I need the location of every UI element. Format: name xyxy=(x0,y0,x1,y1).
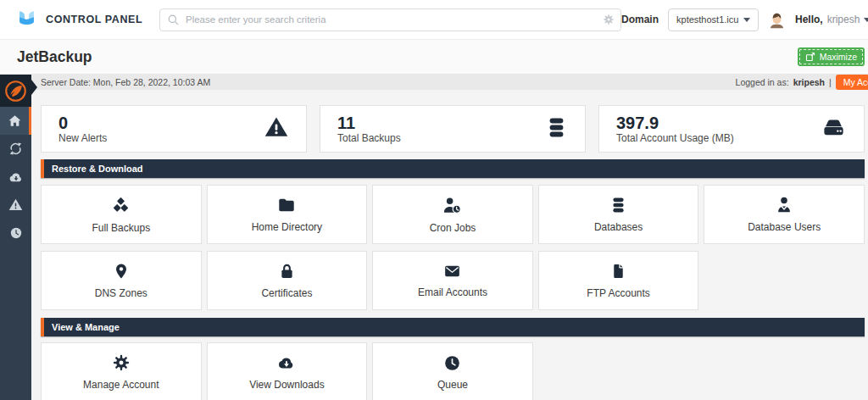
sidebar-item-alerts[interactable] xyxy=(0,191,31,219)
tile-label: Email Accounts xyxy=(418,286,487,298)
topbar: CONTROL PANEL Domain kptesthost1.icu xyxy=(0,0,868,40)
stat-label: Total Account Usage (MB) xyxy=(616,132,734,144)
tile-label: Full Backups xyxy=(92,222,150,234)
search-input[interactable] xyxy=(159,8,621,31)
maximize-button[interactable]: Maximize xyxy=(798,47,865,66)
search-icon xyxy=(167,14,180,30)
avatar[interactable] xyxy=(768,11,786,29)
tile-label: Databases xyxy=(594,221,643,233)
tile-email-accounts[interactable]: Email Accounts xyxy=(372,251,533,310)
brand-title: CONTROL PANEL xyxy=(46,14,142,25)
tile-database-users[interactable]: Database Users xyxy=(704,185,865,244)
tile-databases[interactable]: Databases xyxy=(538,185,699,244)
sidebar-item-sync[interactable] xyxy=(0,135,31,163)
separator: | xyxy=(829,77,832,87)
cubes-icon xyxy=(111,196,131,215)
my-account-button[interactable]: My Account xyxy=(836,75,868,90)
home-icon xyxy=(8,114,22,128)
chevron-down-icon xyxy=(743,18,750,22)
stats-row: 0 New Alerts 11 Total Backups xyxy=(41,105,865,153)
maximize-label: Maximize xyxy=(820,52,857,62)
sidebar xyxy=(0,75,31,400)
tile-cron-jobs[interactable]: Cron Jobs xyxy=(372,185,533,244)
stat-card-total-backups: 11 Total Backups xyxy=(320,105,586,153)
restore-download-grid: Full Backups Home Directory xyxy=(41,185,865,310)
stat-value: 11 xyxy=(337,114,401,132)
greeting-username: kripesh xyxy=(827,14,860,25)
search-settings-gear-icon[interactable] xyxy=(603,14,615,29)
gear-icon xyxy=(112,353,131,372)
section-title: View & Manage xyxy=(52,322,120,332)
search-bar xyxy=(159,8,621,31)
hdd-icon xyxy=(821,115,847,143)
stat-value: 0 xyxy=(58,114,107,132)
tile-full-backups[interactable]: Full Backups xyxy=(41,185,202,244)
tile-label: Certificates xyxy=(261,287,312,299)
control-panel-logo-icon xyxy=(15,8,38,31)
expand-icon xyxy=(805,52,815,62)
tile-label: DNS Zones xyxy=(95,287,147,299)
tile-certificates[interactable]: Certificates xyxy=(207,251,368,310)
tile-view-downloads[interactable]: View Downloads xyxy=(207,342,368,400)
tile-label: Cron Jobs xyxy=(430,222,476,234)
warning-triangle-icon xyxy=(264,114,289,143)
greeting-hello: Hello, xyxy=(795,14,823,25)
tile-label: Database Users xyxy=(748,221,821,233)
user-menu[interactable]: Hello, kripesh xyxy=(795,14,868,25)
sidebar-item-home[interactable] xyxy=(0,107,31,135)
logged-in-prefix: Logged in as: xyxy=(736,77,789,87)
view-manage-grid: Manage Account View Downloads xyxy=(41,342,865,400)
database-icon xyxy=(545,115,568,143)
file-icon xyxy=(610,262,626,281)
tile-label: Home Directory xyxy=(252,221,322,233)
logged-in-user: kripesh xyxy=(793,77,825,87)
tile-queue[interactable]: Queue xyxy=(372,342,533,400)
tile-label: FTP Accounts xyxy=(587,287,649,299)
tile-home-directory[interactable]: Home Directory xyxy=(207,185,368,244)
stat-card-account-usage: 397.9 Total Account Usage (MB) xyxy=(598,105,865,153)
clock-icon xyxy=(9,226,23,240)
server-date: Server Date: Mon, Feb 28, 2022, 10:03 AM xyxy=(41,77,210,87)
cloud-download-icon xyxy=(276,353,297,372)
lock-icon xyxy=(278,262,296,281)
stat-card-new-alerts: 0 New Alerts xyxy=(41,105,307,153)
stat-label: New Alerts xyxy=(58,132,107,144)
page-title: JetBackup xyxy=(17,48,92,66)
folder-icon xyxy=(277,196,296,214)
tile-manage-account[interactable]: Manage Account xyxy=(41,342,202,400)
stat-label: Total Backups xyxy=(337,132,401,144)
domain-value: kptesthost1.icu xyxy=(676,14,738,25)
tile-label: Manage Account xyxy=(83,379,159,391)
section-header-restore-download: Restore & Download xyxy=(41,159,865,178)
tile-ftp-accounts[interactable]: FTP Accounts xyxy=(538,251,699,310)
chevron-down-icon xyxy=(864,18,868,22)
tile-dns-zones[interactable]: DNS Zones xyxy=(41,251,202,310)
logo-notch xyxy=(31,80,37,95)
sidebar-item-queue[interactable] xyxy=(0,219,31,247)
section-header-view-manage: View & Manage xyxy=(41,318,865,336)
jetbackup-logo xyxy=(0,75,31,107)
sync-icon xyxy=(8,142,23,156)
user-tie-icon xyxy=(775,196,793,214)
user-clock-icon xyxy=(442,196,462,215)
database-icon xyxy=(609,196,627,214)
stat-value: 397.9 xyxy=(616,114,734,132)
section-title: Restore & Download xyxy=(52,164,143,174)
sidebar-item-downloads[interactable] xyxy=(0,163,31,191)
cloud-download-icon xyxy=(8,169,24,185)
tile-label: Queue xyxy=(437,379,468,391)
statusbar: Server Date: Mon, Feb 28, 2022, 10:03 AM… xyxy=(31,75,868,90)
map-marker-icon xyxy=(113,262,130,281)
brand: CONTROL PANEL xyxy=(15,8,144,31)
warning-icon xyxy=(8,197,23,212)
tile-label: View Downloads xyxy=(249,379,325,391)
domain-label: Domain xyxy=(621,14,659,25)
page-titlebar: JetBackup Maximize xyxy=(0,40,868,75)
domain-dropdown[interactable]: kptesthost1.icu xyxy=(668,8,759,31)
clock-icon xyxy=(443,354,461,372)
envelope-icon xyxy=(442,263,462,280)
